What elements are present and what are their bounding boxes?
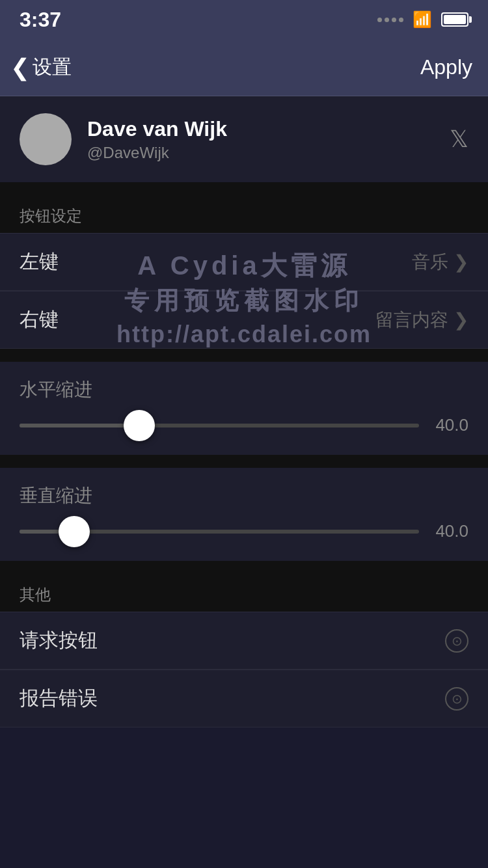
profile-name: Dave van Wijk (87, 117, 227, 141)
horizontal-indent-section: 水平缩进 40.0 (0, 362, 488, 455)
horizontal-indent-slider[interactable] (20, 424, 419, 427)
vertical-indent-slider[interactable] (20, 530, 419, 534)
profile-left: Dave van Wijk @DaveWijk (20, 113, 227, 165)
report-error-item[interactable]: 报告错误 ⊙ (0, 670, 488, 727)
horizontal-indent-value: 40.0 (429, 415, 468, 435)
left-key-value: 音乐 ❯ (412, 250, 468, 275)
section-header-buttons: 按钮设定 (0, 195, 488, 233)
vertical-indent-thumb[interactable] (59, 516, 90, 547)
apply-button[interactable]: Apply (420, 55, 472, 79)
compass-icon: ⊙ (445, 629, 468, 653)
section-gap-1 (0, 182, 488, 195)
right-key-item[interactable]: 右键 留言内容 ❯ (0, 292, 488, 349)
right-key-label: 右键 (20, 306, 59, 333)
profile-card: Dave van Wijk @DaveWijk 𝕏 (0, 96, 488, 182)
status-time: 3:37 (20, 8, 61, 32)
horizontal-indent-row: 40.0 (20, 415, 468, 435)
status-bar: 3:37 📶 (0, 0, 488, 39)
request-button-label: 请求按钮 (20, 627, 98, 654)
right-key-value-text: 留言内容 (375, 308, 448, 332)
section-gap-4 (0, 561, 488, 574)
left-key-value-text: 音乐 (412, 250, 448, 275)
request-button-item[interactable]: 请求按钮 ⊙ (0, 612, 488, 670)
report-error-label: 报告错误 (20, 685, 98, 712)
nav-bar: ❮ 设置 Apply (0, 39, 488, 96)
profile-info: Dave van Wijk @DaveWijk (87, 117, 227, 162)
section-gap-3 (0, 455, 488, 468)
vertical-indent-label: 垂直缩进 (20, 483, 468, 508)
signal-icon (377, 18, 403, 22)
horizontal-indent-thumb[interactable] (124, 410, 155, 441)
left-key-chevron: ❯ (454, 251, 468, 273)
back-label: 设置 (33, 54, 72, 81)
battery-icon (441, 12, 468, 27)
horizontal-indent-label: 水平缩进 (20, 377, 468, 402)
left-key-item[interactable]: 左键 音乐 ❯ (0, 234, 488, 291)
twitter-icon[interactable]: 𝕏 (450, 126, 468, 153)
chevron-left-icon: ❮ (10, 54, 30, 81)
status-icons: 📶 (377, 10, 468, 29)
right-key-chevron: ❯ (454, 309, 468, 331)
profile-handle: @DaveWijk (87, 144, 227, 162)
back-button[interactable]: ❮ 设置 (10, 54, 72, 81)
vertical-indent-value: 40.0 (429, 521, 468, 541)
section-gap-2 (0, 349, 488, 362)
avatar (20, 113, 72, 165)
right-key-value: 留言内容 ❯ (375, 308, 468, 332)
section-header-other: 其他 (0, 574, 488, 612)
wifi-icon: 📶 (413, 10, 432, 29)
report-icon: ⊙ (445, 687, 468, 711)
vertical-indent-row: 40.0 (20, 521, 468, 541)
vertical-indent-section: 垂直缩进 40.0 (0, 468, 488, 561)
left-key-label: 左键 (20, 249, 59, 275)
